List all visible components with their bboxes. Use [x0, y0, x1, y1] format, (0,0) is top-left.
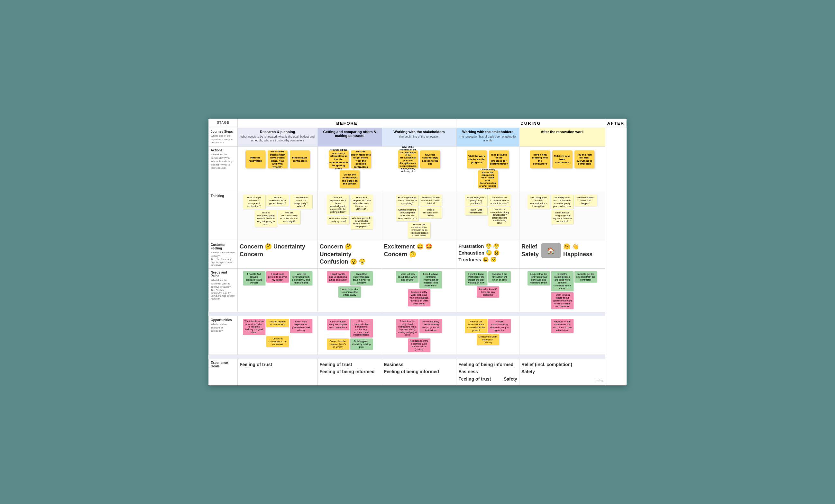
- opps-during2-stickies: Reduce the amount of turns as needed in …: [458, 318, 518, 346]
- opportunities-label: Opportunities What could we improve or i…: [209, 316, 238, 355]
- opps-before2-cell: Offers that are easy to compare and choo…: [318, 316, 382, 355]
- needs-before1-cell: I want to find reliable contractors and …: [238, 269, 318, 312]
- opps-during2-cell: Reduce the amount of turns as needed in …: [456, 316, 520, 355]
- opp-d1-2: Photo and easy photos sharing and projec…: [420, 319, 442, 333]
- thinking-d1-2: What and where are all the contact detai…: [420, 195, 442, 206]
- thinking-a4: When are we going to get the key back fr…: [551, 210, 573, 224]
- thinking-d2-1: How's everything going? Any problems?: [465, 195, 487, 206]
- goals-after-cell: Relief (incl. completion) Safety miro: [519, 359, 605, 385]
- goals-during2-cell: Feeling of being informed Easiness Feeli…: [456, 359, 520, 385]
- opp-b1-3: Learn from experiences (from others and …: [290, 319, 312, 333]
- journey-during1-cell: Working with the stakeholders The beginn…: [382, 128, 456, 147]
- action-sticky-who: Who of the residents of the start and le…: [398, 150, 418, 168]
- stage-label: STAGE: [209, 119, 238, 128]
- opp-a1: Reviews for the contractors for also oth…: [551, 319, 573, 333]
- experience-goals-row: Experience Goals Feeling of trust Feelin…: [209, 359, 627, 385]
- thinking-b1-2: Will the renovation work go as planned?: [266, 195, 289, 206]
- thinking-a3: We were able to make this happen!: [574, 195, 597, 206]
- need-b2-1: I don't want to end up choosing a bad co…: [327, 271, 349, 282]
- journey-during2-cell: Working with the stakeholders The renova…: [456, 128, 520, 147]
- opps-before1-cell: What should we do or what schedule to ke…: [238, 316, 318, 355]
- actions-before2-cell: Provide all the necessary information so…: [318, 147, 382, 192]
- need-b1-1: I want to find reliable contractors and …: [243, 271, 265, 286]
- need-b1-2: I don't want project to go over my budge…: [266, 271, 289, 282]
- action-sticky-visit: Visit the work site to see the progress: [467, 150, 487, 168]
- needs-before2-stickies: I don't want to end up choosing a bad co…: [319, 270, 381, 299]
- action-sticky-keys: Retrieve keys from contractors: [552, 150, 572, 168]
- thinking-a1: Not going to do another renovation for a…: [528, 195, 550, 209]
- thinking-d1-4: Who is responsible of what?: [420, 207, 442, 218]
- journey-steps-label: Journey Steps Which step of the experien…: [209, 128, 238, 147]
- need-a3: I need to get the key back from the cont…: [574, 271, 597, 282]
- needs-pains-label: Needs and Pains What does the customer w…: [209, 269, 238, 312]
- action-sticky-find: Find reliable contractors: [290, 150, 310, 168]
- actions-before1-cell: Plan the renovation Benchmark others (wh…: [238, 147, 318, 192]
- need-d1-2: I need to have contractor information or…: [420, 271, 442, 288]
- need-d1-3: I expect quality work that stays within …: [408, 289, 430, 306]
- thinking-during1-stickies: How to get things started in order to ev…: [383, 193, 455, 239]
- customer-feeling-row: Customer Feeling What is the customer fe…: [209, 241, 627, 269]
- action-sticky-pay: Pay the final bill after everything is c…: [574, 150, 594, 168]
- goals-during1-cell: Easiness Feeling of being informed: [382, 359, 456, 385]
- feeling-after-cell: Relief Safety 🏠 🤗 👋 Happiness: [519, 241, 605, 269]
- opps-after-cell: Reviews for the contractors for also oth…: [519, 316, 605, 355]
- need-b2-2: I need the superintendent deals his/her …: [350, 271, 373, 286]
- thinking-during2-stickies: How's everything going? Any problems? Wh…: [458, 193, 518, 227]
- action-sticky-plan: Plan the renovation: [245, 150, 265, 168]
- action-sticky-inform: Continuously inform the contractors when…: [478, 170, 498, 188]
- actions-label: Actions What does the person do? What in…: [209, 147, 238, 192]
- needs-after-stickies: I expect that the renovation was done we…: [521, 270, 604, 311]
- goals-before2-cell: Feeling of trust Feeling of being inform…: [318, 359, 382, 385]
- thinking-row: Thinking How do I get reliable & compete…: [209, 192, 627, 241]
- opp-b2-1: Offers that are easy to compare and choo…: [327, 319, 349, 330]
- needs-during2-cell: I want to know what part of the project …: [456, 269, 520, 312]
- needs-after-cell: I expect that the renovation was done we…: [519, 269, 605, 312]
- feeling-label: Customer Feeling What is the customer fe…: [209, 241, 238, 269]
- thinking-d2-2: Why didn't the contractor inform about t…: [488, 195, 511, 206]
- actions-before1-stickies: Plan the renovation Benchmark others (wh…: [240, 148, 315, 170]
- actions-after-stickies: Have a final meeting with the contractor…: [522, 148, 603, 170]
- separator-row: [209, 312, 627, 316]
- feeling-before1-cell: Concern 🤔 Uncertainty Concern: [238, 241, 318, 269]
- need-d2-2: I wonder if the renovation will finish o…: [488, 271, 511, 282]
- journey-before2-cell: Getting and comparing offers & making co…: [318, 128, 382, 147]
- opps-during1-cell: Schedule of the project and notification…: [382, 316, 456, 355]
- thinking-before1-stickies: How do I get reliable & competent contra…: [239, 193, 316, 228]
- needs-before2-cell: I don't want to end up choosing a bad co…: [318, 269, 382, 312]
- thinking-b2-3: Will the house be ready by then?: [327, 216, 349, 224]
- needs-before1-stickies: I want to find reliable contractors and …: [239, 270, 316, 287]
- action-sticky-give-access: Give the contractor(s) access to the sit…: [420, 150, 440, 168]
- thinking-a2: It's finally over and the house is a saf…: [551, 195, 573, 209]
- thinking-b2-1: Will the superintendent be as knowledgea…: [327, 195, 349, 215]
- experience-goals-label: Experience Goals: [209, 359, 238, 385]
- opp-b1-4: Details of contractors to be contacted: [266, 336, 289, 347]
- journey-before1-cell: Research & planning What needs to be ren…: [238, 128, 318, 147]
- opps-before1-stickies: What should we do or what schedule to ke…: [239, 318, 316, 349]
- opp-b2-2: Better communication between the contrac…: [350, 319, 373, 337]
- before-header: BEFORE: [238, 119, 456, 128]
- thinking-before2-cell: Will the superintendent be as knowledgea…: [318, 192, 382, 241]
- after-header: AFTER: [605, 119, 626, 128]
- thinking-d1-5: How will the condition of the renovation…: [408, 222, 430, 238]
- separator-row-2: [209, 355, 627, 359]
- thinking-label: Thinking: [209, 192, 238, 241]
- thinking-b1-1: How do I get reliable & competent contra…: [243, 195, 265, 209]
- journey-after-cell: After the renovation work: [519, 128, 605, 147]
- actions-during2-stickies: Visit the work site to see the progress …: [459, 148, 517, 190]
- feeling-during2-cell: Frustration 😤 😤 Exhaustion 😓 😩 Tiredness…: [456, 241, 520, 269]
- feeling-before2-cell: Concern 🤔 Uncertainty Confusion 😵 😤: [318, 241, 382, 269]
- thinking-during2-cell: How's everything going? Any problems? Wh…: [456, 192, 520, 241]
- opp-d2-2: Proper communicating channels, not just …: [488, 319, 511, 333]
- during-header: DURING: [456, 119, 605, 128]
- action-sticky-ask: Ask the superintendents to get offers fr…: [351, 150, 371, 168]
- need-d1-1: I want to know about done, when and by w…: [396, 271, 419, 282]
- goals-before1-cell: Feeling of trust: [238, 359, 318, 385]
- thinking-during1-cell: How to get things started in order to ev…: [382, 192, 456, 241]
- opp-d2-1: Reduce the amount of turns as needed in …: [465, 319, 487, 333]
- action-sticky-take-pics: Take pictures of the progress for docume…: [489, 150, 509, 168]
- need-d2-1: I want to know what part of the project …: [465, 271, 487, 286]
- actions-during1-stickies: Who of the residents of the start and le…: [384, 148, 454, 170]
- thinking-before1-cell: How do I get reliable & competent contra…: [238, 192, 318, 241]
- thinking-b2-2: How can I compare all these offers becau…: [350, 195, 373, 212]
- opp-d2-3: Milestone of work done (incl. photos): [477, 334, 499, 345]
